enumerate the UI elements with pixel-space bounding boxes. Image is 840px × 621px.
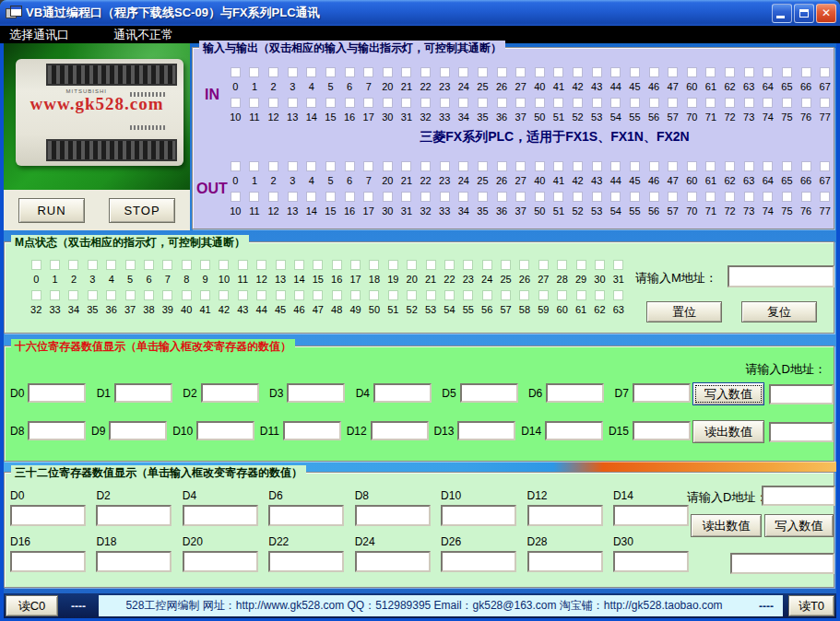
input-indicator-led[interactable] [744, 98, 754, 108]
m-set-button[interactable]: 置位 [646, 301, 722, 322]
m-indicator-led[interactable] [200, 290, 210, 300]
m-indicator-led[interactable] [238, 260, 248, 270]
m-indicator-led[interactable] [294, 290, 304, 300]
m-indicator-led[interactable] [538, 260, 549, 270]
register-value-input[interactable] [10, 551, 86, 572]
output-indicator-led[interactable] [705, 192, 716, 202]
output-indicator-led[interactable] [610, 161, 621, 171]
input-indicator-led[interactable] [553, 98, 563, 108]
output-indicator-led[interactable] [782, 192, 792, 202]
input-indicator-led[interactable] [363, 67, 373, 77]
minimize-button[interactable] [772, 4, 792, 23]
input-indicator-led[interactable] [763, 98, 773, 108]
input-indicator-led[interactable] [458, 98, 468, 108]
output-indicator-led[interactable] [592, 161, 602, 171]
input-indicator-led[interactable] [668, 67, 678, 77]
menu-comm-status[interactable]: 通讯不正常 [104, 26, 183, 43]
m-indicator-led[interactable] [332, 290, 342, 300]
m-indicator-led[interactable] [350, 260, 361, 270]
register-value-input[interactable] [196, 421, 254, 440]
register-value-input[interactable] [114, 383, 172, 403]
register-value-input[interactable] [527, 551, 603, 572]
input-indicator-led[interactable] [610, 98, 621, 108]
output-indicator-led[interactable] [592, 192, 602, 202]
output-indicator-led[interactable] [458, 161, 468, 171]
input-indicator-led[interactable] [610, 67, 621, 77]
register-value-input[interactable] [10, 505, 86, 526]
m-indicator-led[interactable] [68, 260, 78, 270]
m-indicator-led[interactable] [106, 260, 116, 270]
input-indicator-led[interactable] [592, 98, 602, 108]
input-indicator-led[interactable] [725, 98, 735, 108]
input-indicator-led[interactable] [649, 98, 659, 108]
register-value-input[interactable] [201, 383, 259, 403]
output-indicator-led[interactable] [288, 161, 298, 171]
input-indicator-led[interactable] [573, 98, 583, 108]
register-value-input[interactable] [183, 505, 258, 526]
input-indicator-led[interactable] [497, 67, 507, 77]
m-indicator-led[interactable] [125, 290, 136, 300]
register-value-input[interactable] [546, 383, 604, 403]
register-value-input[interactable] [283, 421, 341, 440]
m-indicator-led[interactable] [144, 290, 154, 300]
register-value-input[interactable] [527, 505, 603, 526]
output-indicator-led[interactable] [268, 192, 278, 202]
input-indicator-led[interactable] [363, 98, 373, 108]
m-indicator-led[interactable] [388, 260, 398, 270]
m-indicator-led[interactable] [50, 290, 60, 300]
register-value-input[interactable] [371, 421, 429, 440]
input-indicator-led[interactable] [458, 67, 468, 77]
output-indicator-led[interactable] [535, 192, 545, 202]
read-t0-button[interactable]: 读T0 [788, 595, 834, 616]
input-indicator-led[interactable] [801, 67, 811, 77]
m-reset-button[interactable]: 复位 [741, 301, 817, 322]
m-indicator-led[interactable] [519, 290, 529, 300]
m-indicator-led[interactable] [276, 290, 286, 300]
m-indicator-led[interactable] [426, 290, 436, 300]
input-indicator-led[interactable] [535, 67, 545, 77]
titlebar[interactable]: VB通过编程口（程序下载线SC-09）与FX系列PLC通讯 ✕ [0, 0, 840, 26]
register-value-input[interactable] [373, 383, 432, 403]
register-value-input[interactable] [109, 421, 167, 440]
output-indicator-led[interactable] [249, 161, 259, 171]
input-indicator-led[interactable] [268, 98, 278, 108]
output-indicator-led[interactable] [515, 192, 526, 202]
m-indicator-led[interactable] [256, 290, 266, 300]
input-indicator-led[interactable] [649, 67, 659, 77]
register-value-input[interactable] [545, 421, 603, 440]
register-value-input[interactable] [96, 505, 172, 526]
input-indicator-led[interactable] [249, 98, 259, 108]
output-indicator-led[interactable] [231, 192, 241, 202]
output-indicator-led[interactable] [535, 161, 545, 171]
register-value-input[interactable] [613, 505, 689, 526]
input-indicator-led[interactable] [515, 98, 526, 108]
output-indicator-led[interactable] [763, 161, 773, 171]
input-indicator-led[interactable] [440, 67, 450, 77]
m-indicator-led[interactable] [538, 290, 549, 300]
m-indicator-led[interactable] [200, 260, 210, 270]
m-indicator-led[interactable] [519, 260, 529, 270]
register-value-input[interactable] [355, 505, 431, 526]
input-indicator-led[interactable] [325, 98, 336, 108]
output-indicator-led[interactable] [420, 192, 431, 202]
input-indicator-led[interactable] [744, 67, 754, 77]
m-indicator-led[interactable] [557, 290, 567, 300]
register-value-input[interactable] [633, 383, 691, 403]
output-indicator-led[interactable] [363, 161, 373, 171]
input-indicator-led[interactable] [687, 98, 697, 108]
maximize-button[interactable] [794, 4, 814, 23]
output-indicator-led[interactable] [668, 161, 678, 171]
output-indicator-led[interactable] [630, 161, 640, 171]
output-indicator-led[interactable] [649, 161, 659, 171]
output-indicator-led[interactable] [801, 161, 811, 171]
output-indicator-led[interactable] [649, 192, 659, 202]
input-indicator-led[interactable] [630, 98, 640, 108]
m-indicator-led[interactable] [144, 260, 154, 270]
input-indicator-led[interactable] [668, 98, 678, 108]
output-indicator-led[interactable] [249, 192, 259, 202]
input-indicator-led[interactable] [288, 67, 298, 77]
m-indicator-led[interactable] [31, 290, 41, 300]
input-indicator-led[interactable] [401, 98, 411, 108]
input-indicator-led[interactable] [420, 98, 431, 108]
output-indicator-led[interactable] [744, 161, 754, 171]
